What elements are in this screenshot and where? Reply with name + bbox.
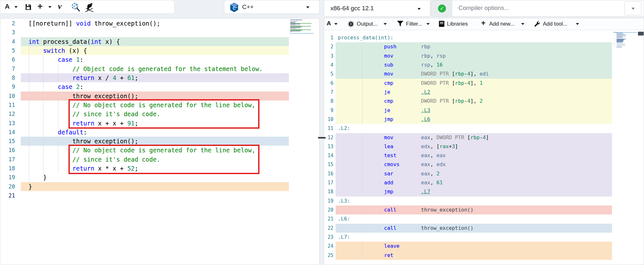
asm-code-line[interactable]: sar eax, 2 <box>338 169 440 178</box>
code-token <box>72 56 76 63</box>
compiler-selector[interactable]: x86-64 gcc 12.1 <box>324 0 430 17</box>
code-token: - <box>480 134 483 141</box>
asm-font-size-button[interactable]: A <box>327 20 331 27</box>
code-token: 16 <box>436 62 442 68</box>
asm-code-line[interactable]: push rbp <box>338 42 430 51</box>
compiler-options-dropdown-button[interactable] <box>624 1 641 15</box>
asm-code-line[interactable]: .L2: <box>338 124 350 133</box>
asm-indent <box>338 116 384 122</box>
asm-label-link[interactable]: .L3 <box>421 107 430 113</box>
asm-code-line[interactable]: process_data(int): <box>338 33 393 42</box>
asm-minimap[interactable] <box>613 30 637 71</box>
asm-code-line[interactable]: call throw_exception() <box>338 224 473 233</box>
code-token: case <box>58 56 73 63</box>
asm-opcode: push <box>384 44 421 50</box>
asm-line-number: 6 <box>324 79 333 88</box>
cpp-insights-icon[interactable]: + + <box>71 2 81 12</box>
source-code-line[interactable]: } <box>28 182 32 191</box>
add-pane-button[interactable]: + <box>37 1 43 12</box>
code-token: edi <box>480 71 489 77</box>
asm-line-number: 24 <box>324 242 333 251</box>
font-size-button[interactable]: A <box>5 3 10 10</box>
line-number: 10 <box>3 92 15 100</box>
asm-minimap-line <box>616 36 626 37</box>
gear-icon <box>348 21 354 27</box>
asm-code-line[interactable]: mov DWORD PTR [rbp-4], edi <box>338 69 489 78</box>
asm-line-number: 2 <box>324 42 333 51</box>
code-token: , <box>430 62 436 68</box>
asm-code-line[interactable]: .L7: <box>338 233 350 242</box>
asm-line-number: 22 <box>324 224 333 233</box>
asm-code-line[interactable]: je .L3 <box>338 106 430 115</box>
compiler-options-placeholder: Compiler options... <box>458 4 509 12</box>
add-tool-button[interactable]: Add tool... <box>543 21 568 27</box>
code-token: , <box>430 180 436 186</box>
code-token: [ <box>467 134 471 141</box>
asm-opcode: je <box>384 107 421 113</box>
libraries-button[interactable]: Libraries <box>447 21 468 27</box>
asm-code-line[interactable]: call throw_exception() <box>338 205 473 214</box>
minimap-line <box>290 21 298 22</box>
asm-code-line[interactable]: jmp .L6 <box>338 115 430 124</box>
asm-opcode: call <box>384 225 421 231</box>
code-token: } <box>28 174 47 181</box>
asm-code-line[interactable]: add eax, 61 <box>338 178 443 187</box>
code-token: DWORD PTR <box>421 71 452 77</box>
code-token: process_data(int): <box>338 35 393 41</box>
source-code-line[interactable]: int process_data(int x) { <box>28 37 120 46</box>
output-button[interactable]: Output... <box>357 21 378 27</box>
asm-code-line[interactable]: sub rsp, 16 <box>338 60 443 69</box>
code-token: [ <box>452 80 455 86</box>
asm-code-line[interactable]: .L6: <box>338 214 350 223</box>
source-code-line[interactable]: return x / 4 + 61; <box>28 73 138 82</box>
filter-button[interactable]: Filter... <box>406 21 422 27</box>
source-minimap[interactable] <box>290 19 314 57</box>
asm-indent <box>338 171 384 177</box>
source-code-line[interactable]: case 1: <box>28 55 83 64</box>
pane-splitter-handle[interactable] <box>318 137 326 139</box>
code-token: switch <box>43 47 65 54</box>
source-code-line[interactable]: // Object code is generated for the stat… <box>28 64 263 73</box>
code-token: eax <box>421 152 430 158</box>
asm-code-line[interactable]: ret <box>338 251 421 260</box>
asm-code-line[interactable]: .L3: <box>338 197 350 205</box>
annotation-box-dead-code-2 <box>68 145 259 174</box>
add-tool-wrench-icon <box>534 21 540 27</box>
vim-mode-button[interactable]: v <box>58 2 62 11</box>
asm-code-line[interactable]: cmp DWORD PTR [rbp-4], 1 <box>338 79 483 88</box>
code-token <box>28 101 72 108</box>
asm-code-line[interactable]: je .L2 <box>338 88 430 97</box>
line-number: 20 <box>3 182 15 191</box>
source-code-line[interactable]: switch (x) { <box>28 46 87 55</box>
asm-label-link[interactable]: .L2 <box>421 89 430 95</box>
pane-splitter[interactable] <box>320 0 324 265</box>
source-editor[interactable]: 2[[noreturn]] void throw_exception();34i… <box>0 19 319 265</box>
asm-code-line[interactable]: mov rbp, rsp <box>338 52 446 60</box>
line-number: 15 <box>3 137 15 146</box>
asm-opcode: call <box>384 207 421 213</box>
save-icon[interactable] <box>25 4 32 11</box>
source-code-line[interactable]: case 2: <box>28 82 83 91</box>
asm-opcode: jmp <box>384 189 421 195</box>
asm-code-line[interactable]: lea edx, [rax+3] <box>338 142 458 151</box>
asm-minimap-line <box>616 46 622 47</box>
asm-code-line[interactable]: cmp DWORD PTR [rbp-4], 2 <box>338 97 483 106</box>
asm-code-line[interactable]: leave <box>338 242 421 251</box>
asm-output-editor[interactable]: 1process_data(int):2 push rbp3 mov rbp, … <box>324 30 644 265</box>
line-number: 19 <box>3 173 15 182</box>
asm-code-line[interactable]: test eax, eax <box>338 151 446 160</box>
asm-code-line[interactable]: cmovs eax, edx <box>338 160 446 169</box>
asm-label-link[interactable]: .L7 <box>421 189 430 195</box>
line-number: 12 <box>3 109 15 118</box>
quick-bench-icon[interactable] <box>84 2 94 13</box>
source-code-line[interactable]: [[noreturn]] void throw_exception(); <box>28 19 160 28</box>
asm-code-line[interactable]: jmp .L7 <box>338 187 430 196</box>
asm-code-line[interactable]: mov eax, DWORD PTR [rbp-4] <box>338 133 489 142</box>
language-selector[interactable]: C ++ C++ <box>224 0 320 14</box>
source-code-line[interactable]: default: <box>28 128 87 137</box>
asm-scrollbar-thumb[interactable] <box>638 32 644 36</box>
add-new-button[interactable]: Add new... <box>489 21 514 27</box>
source-code-line[interactable]: } <box>28 173 47 182</box>
asm-label-link[interactable]: .L6 <box>421 116 430 122</box>
compiler-options-input[interactable]: Compiler options... <box>452 0 623 16</box>
